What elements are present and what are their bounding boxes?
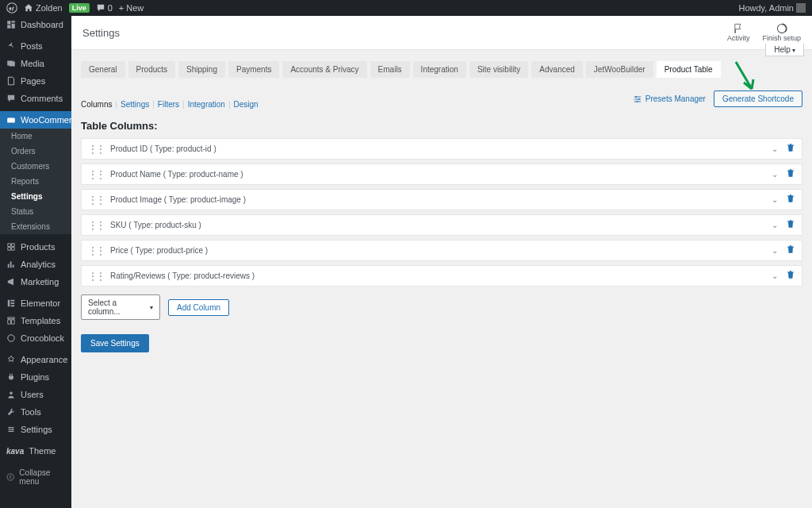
expand-toggle[interactable]: ⌄ <box>772 170 778 179</box>
trash-icon <box>786 168 795 178</box>
delete-column-button[interactable] <box>786 244 795 256</box>
sidebar-item-woocommerce[interactable]: WooCommerce <box>0 111 71 129</box>
tab-products[interactable]: Products <box>128 61 175 78</box>
sidebar-item-plugins[interactable]: Plugins <box>0 368 71 386</box>
help-tab[interactable]: Help <box>765 44 804 56</box>
sidebar-subitem-customers[interactable]: Customers <box>0 159 71 174</box>
howdy-link[interactable]: Howdy, Admin <box>739 3 806 13</box>
pin-icon <box>6 41 16 51</box>
sidebar-subitem-home[interactable]: Home <box>0 129 71 144</box>
comments-link[interactable]: 0 <box>96 3 113 13</box>
comments-count: 0 <box>108 3 113 13</box>
delete-column-button[interactable] <box>786 143 795 155</box>
sidebar-subitem-orders[interactable]: Orders <box>0 144 71 159</box>
activity-button[interactable]: Activity <box>727 23 750 42</box>
drag-handle-icon[interactable]: ⋮⋮ <box>88 144 104 155</box>
subtab-filters[interactable]: Filters <box>158 100 179 109</box>
sidebar-item-templates[interactable]: Templates <box>0 312 71 329</box>
admin-bar-left: Zolden Live 0 + New <box>6 2 144 13</box>
howdy-text: Howdy, Admin <box>739 3 795 13</box>
generate-shortcode-button[interactable]: Generate Shortcode <box>714 90 802 107</box>
sidebar-item-products[interactable]: Products <box>0 238 71 256</box>
progress-icon <box>776 23 787 34</box>
templates-icon <box>6 316 16 325</box>
svg-rect-4 <box>10 300 14 302</box>
sidebar-item-analytics[interactable]: Analytics <box>0 256 71 273</box>
sidebar-item-settings[interactable]: Settings <box>0 421 71 438</box>
subtab-integration[interactable]: Integration <box>188 100 225 109</box>
sidebar-item-comments[interactable]: Comments <box>0 90 71 107</box>
new-label: New <box>126 3 144 13</box>
save-settings-button[interactable]: Save Settings <box>81 334 149 352</box>
column-row: ⋮⋮Product Image ( Type: product-image )⌄ <box>81 189 802 210</box>
site-link[interactable]: Zolden <box>24 3 63 13</box>
tab-site-visibility[interactable]: Site visibility <box>469 61 528 78</box>
subtab-columns[interactable]: Columns <box>81 100 112 109</box>
sidebar-item-tools[interactable]: Tools <box>0 403 71 421</box>
sidebar-item-kava-theme[interactable]: kavaTheme <box>0 442 71 460</box>
svg-point-9 <box>9 427 10 429</box>
tab-payments[interactable]: Payments <box>228 61 279 78</box>
wp-logo[interactable] <box>6 2 17 13</box>
sidebar-subitem-settings[interactable]: Settings <box>0 189 71 204</box>
finish-setup-button[interactable]: Finish setup <box>762 23 801 42</box>
settings-icon <box>6 425 16 434</box>
add-column-button[interactable]: Add Column <box>168 299 229 316</box>
drag-handle-icon[interactable]: ⋮⋮ <box>88 194 104 206</box>
expand-toggle[interactable]: ⌄ <box>772 195 778 204</box>
expand-toggle[interactable]: ⌄ <box>772 246 778 255</box>
subtab-design[interactable]: Design <box>234 100 259 109</box>
sidebar-subitem-extensions[interactable]: Extensions <box>0 219 71 234</box>
tab-emails[interactable]: Emails <box>370 61 410 78</box>
expand-toggle[interactable]: ⌄ <box>772 221 778 229</box>
drag-handle-icon[interactable]: ⋮⋮ <box>88 220 104 231</box>
admin-bar-right: Howdy, Admin <box>739 3 806 13</box>
sidebar-item-elementor[interactable]: Elementor <box>0 294 71 312</box>
tab-product-table[interactable]: Product Table <box>657 61 721 78</box>
drag-handle-icon[interactable]: ⋮⋮ <box>88 245 104 256</box>
svg-point-8 <box>10 391 13 394</box>
tab-shipping[interactable]: Shipping <box>178 61 225 78</box>
page-icon <box>6 76 16 86</box>
subtab-settings[interactable]: Settings <box>121 100 149 109</box>
expand-toggle[interactable]: ⌄ <box>772 144 778 153</box>
sidebar-item-appearance[interactable]: Appearance <box>0 351 71 368</box>
sliders-icon <box>633 94 642 104</box>
delete-column-button[interactable] <box>786 168 795 180</box>
sidebar-item-posts[interactable]: Posts <box>0 37 71 55</box>
drag-handle-icon[interactable]: ⋮⋮ <box>88 271 104 282</box>
sidebar-item-dashboard[interactable]: Dashboard <box>0 16 71 33</box>
trash-icon <box>786 244 795 254</box>
svg-point-7 <box>8 335 14 341</box>
new-link[interactable]: + New <box>119 3 144 13</box>
sidebar-item-label: Appearance <box>21 355 67 364</box>
tab-accounts-privacy[interactable]: Accounts & Privacy <box>282 61 366 78</box>
tab-jetwoobuilder[interactable]: JetWooBuilder <box>586 61 653 78</box>
select-column-dropdown[interactable]: Select a column... ▾ <box>81 294 160 320</box>
tab-advanced[interactable]: Advanced <box>531 61 582 78</box>
sidebar-subitem-status[interactable]: Status <box>0 204 71 219</box>
tab-general[interactable]: General <box>81 61 125 78</box>
sidebar-item-pages[interactable]: Pages <box>0 72 71 90</box>
sidebar-item-label: Marketing <box>21 277 59 287</box>
drag-handle-icon[interactable]: ⋮⋮ <box>88 169 104 180</box>
sidebar-item-crocoblock[interactable]: Crocoblock <box>0 329 71 347</box>
sidebar-item-marketing[interactable]: Marketing <box>0 273 71 291</box>
tab-integration[interactable]: Integration <box>413 61 466 78</box>
trash-icon <box>786 143 795 152</box>
sidebar-item-media[interactable]: Media <box>0 55 71 72</box>
delete-column-button[interactable] <box>786 194 795 206</box>
sidebar-item-label: Pages <box>21 76 45 86</box>
sidebar-item-users[interactable]: Users <box>0 386 71 403</box>
delete-column-button[interactable] <box>786 219 795 231</box>
sidebar-item-label: Dashboard <box>21 20 63 29</box>
collapse-menu-button[interactable]: Collapse menu <box>0 464 71 491</box>
sidebar-subitem-reports[interactable]: Reports <box>0 174 71 189</box>
column-row: ⋮⋮Rating/Reviews ( Type: product-reviews… <box>81 265 802 287</box>
expand-toggle[interactable]: ⌄ <box>772 271 778 280</box>
presets-manager-button[interactable]: Presets Manager <box>633 94 706 104</box>
admin-sidebar: DashboardPostsMediaPagesCommentsWooComme… <box>0 16 71 508</box>
delete-column-button[interactable] <box>786 270 795 282</box>
media-icon <box>6 59 16 68</box>
tools-icon <box>6 407 16 417</box>
